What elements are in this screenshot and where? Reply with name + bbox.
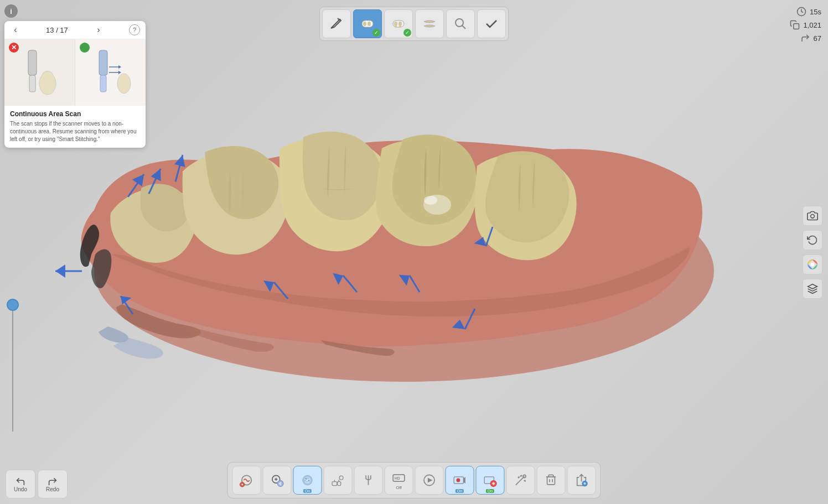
record-on-badge: On bbox=[456, 489, 464, 493]
nav-count: 13 / 17 bbox=[46, 26, 68, 34]
svg-text:HD: HD bbox=[395, 476, 400, 480]
bottom-fork-button[interactable] bbox=[354, 466, 383, 495]
good-scan-illustration bbox=[88, 45, 132, 100]
toolbar-bite-scan-button[interactable] bbox=[415, 9, 444, 38]
hd-icon: HD bbox=[392, 471, 406, 485]
svg-rect-63 bbox=[332, 482, 337, 486]
search-icon bbox=[453, 16, 468, 32]
clock-icon bbox=[796, 7, 806, 17]
svg-point-45 bbox=[811, 214, 815, 218]
layers-button[interactable] bbox=[803, 279, 822, 299]
bite-scan-icon bbox=[422, 16, 437, 32]
undo-button[interactable]: Undo bbox=[6, 470, 35, 498]
svg-point-43 bbox=[456, 19, 463, 27]
copy-stat-row: 1,021 bbox=[790, 20, 821, 30]
hd-off-label: Off bbox=[396, 485, 402, 490]
upper-scan-check: ✓ bbox=[372, 29, 380, 37]
bottom-toolbar: On HD Off bbox=[227, 462, 601, 498]
svg-marker-69 bbox=[428, 478, 433, 483]
color-mode-icon bbox=[483, 473, 498, 487]
svg-point-58 bbox=[306, 478, 307, 480]
redo-stat-row: 67 bbox=[800, 33, 821, 43]
upper-scan-icon bbox=[360, 16, 375, 32]
toolbar-pen-button[interactable] bbox=[322, 9, 351, 38]
zoom-icon bbox=[270, 473, 284, 487]
bottom-play-button[interactable] bbox=[415, 466, 444, 495]
svg-point-57 bbox=[304, 477, 310, 484]
bottom-record-button[interactable]: On bbox=[446, 466, 474, 495]
redo-button[interactable]: Redo bbox=[38, 470, 68, 498]
status-good-icon bbox=[80, 43, 90, 53]
redo-stat-icon bbox=[800, 33, 810, 43]
svg-rect-23 bbox=[28, 50, 37, 75]
svg-rect-36 bbox=[363, 22, 366, 26]
time-stat-row: 15s bbox=[796, 7, 821, 17]
svg-point-60 bbox=[304, 480, 306, 481]
toolbar-confirm-button[interactable] bbox=[477, 9, 506, 38]
bottom-zoom-button[interactable] bbox=[263, 466, 292, 495]
svg-rect-64 bbox=[338, 482, 341, 486]
svg-rect-76 bbox=[547, 477, 555, 485]
bottom-export-button[interactable] bbox=[567, 466, 596, 495]
color-wheel-button[interactable] bbox=[803, 254, 822, 274]
bottom-hd-button[interactable]: HD Off bbox=[385, 466, 413, 495]
toolbar-upper-scan-button[interactable]: ✓ bbox=[353, 9, 382, 38]
spray-on-badge: On bbox=[303, 489, 312, 493]
help-card-content: Continuous Area Scan The scan stops if t… bbox=[4, 106, 146, 148]
svg-rect-34 bbox=[794, 24, 799, 29]
svg-point-2 bbox=[424, 196, 437, 205]
lower-scan-check: ✓ bbox=[403, 29, 411, 37]
bottom-magic-button[interactable] bbox=[506, 466, 535, 495]
help-card-title: Continuous Area Scan bbox=[10, 110, 140, 118]
camera-button[interactable] bbox=[803, 206, 822, 226]
color-wheel-icon bbox=[807, 259, 818, 270]
svg-point-61 bbox=[308, 480, 310, 482]
scan-mode-icon bbox=[240, 473, 254, 487]
redo-icon bbox=[47, 476, 58, 485]
svg-point-65 bbox=[339, 476, 343, 480]
next-button[interactable]: › bbox=[93, 24, 104, 35]
bottom-delete-button[interactable] bbox=[537, 466, 566, 495]
svg-rect-37 bbox=[368, 22, 371, 26]
undo-label: Undo bbox=[14, 486, 27, 492]
slider-handle[interactable] bbox=[7, 299, 19, 311]
copy-value: 1,021 bbox=[803, 21, 821, 29]
redo-label: Redo bbox=[46, 486, 59, 492]
svg-marker-29 bbox=[118, 65, 121, 69]
svg-point-32 bbox=[117, 74, 131, 93]
bottom-scan-mode-button[interactable] bbox=[232, 466, 261, 495]
color-on-badge: On bbox=[486, 489, 494, 493]
svg-point-62 bbox=[307, 481, 308, 482]
right-stats-panel: 15s 1,021 67 bbox=[790, 7, 821, 43]
left-slider[interactable] bbox=[10, 299, 15, 432]
svg-point-71 bbox=[456, 479, 460, 482]
bottom-color-button[interactable]: On bbox=[476, 466, 505, 495]
svg-rect-27 bbox=[100, 75, 106, 92]
toolbar-search-button[interactable] bbox=[446, 9, 475, 38]
confirm-icon bbox=[484, 16, 499, 32]
export-icon bbox=[575, 473, 589, 487]
lower-scan-icon bbox=[391, 16, 406, 32]
slider-track bbox=[12, 305, 13, 432]
pen-icon bbox=[329, 16, 344, 32]
info-icon[interactable]: i bbox=[4, 4, 18, 18]
bottom-spray-button[interactable]: On bbox=[293, 466, 322, 495]
svg-rect-26 bbox=[99, 50, 107, 75]
toolbar-lower-scan-button[interactable]: ✓ bbox=[384, 9, 413, 38]
svg-line-44 bbox=[462, 25, 465, 29]
layers-icon bbox=[807, 283, 818, 294]
help-card: ‹ 13 / 17 › ? ✕ bbox=[4, 21, 146, 148]
svg-rect-24 bbox=[29, 75, 35, 92]
play-icon bbox=[422, 473, 437, 487]
info-panel: i bbox=[4, 4, 18, 18]
help-images: ✕ bbox=[4, 39, 146, 106]
prev-button[interactable]: ‹ bbox=[10, 24, 21, 35]
rotate-button[interactable] bbox=[803, 230, 822, 250]
camera-icon bbox=[807, 210, 818, 221]
bottom-tools-button[interactable] bbox=[324, 466, 353, 495]
help-button[interactable]: ? bbox=[129, 24, 140, 35]
status-bad-icon: ✕ bbox=[9, 43, 19, 53]
redo-value: 67 bbox=[814, 34, 821, 43]
help-image-good bbox=[75, 39, 146, 106]
svg-rect-41 bbox=[395, 25, 397, 28]
